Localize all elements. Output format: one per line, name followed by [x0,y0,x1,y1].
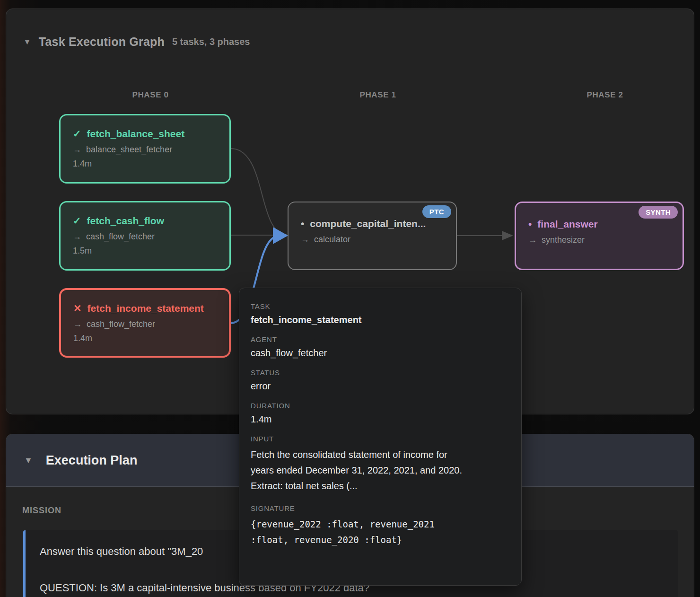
task-node-fetch-cash-flow[interactable]: ✓ fetch_cash_flow → cash_flow_fetcher 1.… [59,201,231,271]
arrowhead-compute-to-final [502,231,513,240]
task-node-final-answer[interactable]: SYNTH • final_answer → synthesizer [515,202,684,270]
tooltip-agent-value: cash_flow_fetcher [251,348,509,359]
plan-panel-title: Execution Plan [46,453,138,468]
arrow-icon: → [73,145,81,155]
tooltip-duration-label: DURATION [251,402,509,410]
tooltip-task-label: TASK [251,302,509,310]
arrowhead-income-to-compute [273,227,288,244]
ptc-badge: PTC [422,205,451,218]
task-node-title: fetch_income_statement [88,303,204,314]
task-detail-tooltip: TASK fetch_income_statement AGENT cash_f… [239,288,522,586]
tooltip-agent-label: AGENT [251,335,509,343]
tooltip-status-label: STATUS [251,369,509,377]
check-icon: ✓ [73,128,81,140]
task-node-duration: 1.4m [73,334,218,343]
collapse-triangle-icon[interactable]: ▼ [24,456,33,465]
tooltip-duration-value: 1.4m [251,414,509,425]
mission-label: MISSION [22,506,61,516]
task-node-title: compute_capital_inten... [310,218,426,229]
edge-balance-to-compute [231,149,287,235]
task-node-fetch-income-statement[interactable]: ✕ fetch_income_statement → cash_flow_fet… [59,288,231,358]
tooltip-input-label: INPUT [251,435,509,443]
task-node-title: fetch_balance_sheet [87,128,185,140]
task-node-agent: balance_sheet_fetcher [86,145,172,155]
task-node-duration: 1.4m [73,159,218,169]
task-node-title: fetch_cash_flow [87,215,164,227]
arrow-icon: → [73,319,82,329]
check-icon: ✓ [73,215,81,227]
arrow-icon: → [73,232,81,242]
task-node-compute-capital-intensity[interactable]: PTC • compute_capital_inten... → calcula… [288,202,457,270]
tooltip-input-value: Fetch the consolidated statement of inco… [251,447,509,494]
task-node-agent: calculator [314,235,350,245]
task-node-title: final_answer [537,219,597,230]
bullet-icon: • [301,218,304,229]
task-node-agent: synthesizer [542,235,585,245]
arrow-icon: → [528,235,537,245]
synth-badge: SYNTH [639,206,678,219]
task-node-agent: cash_flow_fetcher [87,319,155,329]
bullet-icon: • [528,219,532,230]
task-node-fetch-balance-sheet[interactable]: ✓ fetch_balance_sheet → balance_sheet_fe… [59,114,231,184]
task-node-duration: 1.5m [73,246,218,256]
cross-icon: ✕ [73,303,82,314]
tooltip-signature-label: SIGNATURE [251,504,509,512]
task-node-agent: cash_flow_fetcher [86,232,155,242]
app-background: ▼ Task Execution Graph 5 tasks, 3 phases… [0,0,700,597]
tooltip-task-value: fetch_income_statement [251,315,509,325]
tooltip-signature-value: {revenue_2022 :float, revenue_2021 :floa… [251,517,509,548]
tooltip-status-value: error [251,381,509,392]
arrow-icon: → [301,235,309,245]
